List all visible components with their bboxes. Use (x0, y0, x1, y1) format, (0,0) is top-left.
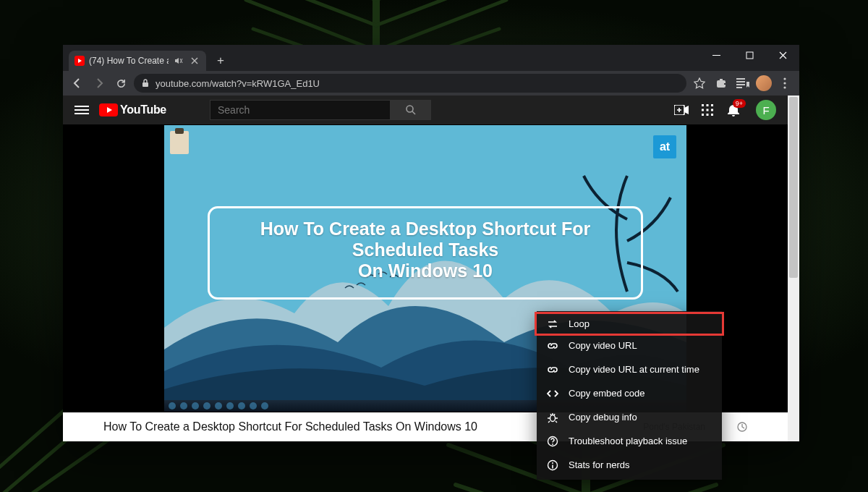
svg-rect-10 (707, 104, 709, 106)
context-menu-item-copy-embed-code[interactable]: Copy embed code (537, 381, 722, 405)
browser-tab[interactable]: (74) How To Create a Deskto (69, 51, 206, 71)
youtube-header: YouTube 9+ F (63, 96, 788, 124)
youtube-brand-text: YouTube (120, 103, 166, 116)
tab-close-button[interactable] (189, 55, 200, 67)
user-avatar[interactable]: F (756, 100, 776, 120)
context-menu-label: Copy video URL at current time (569, 364, 699, 375)
context-menu-item-copy-video-url[interactable]: Copy video URL (537, 334, 722, 357)
svg-rect-3 (142, 82, 148, 87)
url-text: youtube.com/watch?v=kRW1GA_Ed1U (156, 78, 320, 89)
svg-rect-9 (702, 104, 704, 106)
help-icon (547, 436, 558, 447)
notifications-button[interactable]: 9+ (726, 102, 741, 118)
context-menu-label: Copy video URL (569, 340, 637, 351)
link-icon (547, 364, 558, 376)
video-title-card: How To Create a Desktop Shortcut For Sch… (208, 206, 643, 300)
context-menu-label: Troubleshoot playback issue (569, 436, 687, 446)
svg-point-24 (552, 462, 553, 464)
tab-strip: (74) How To Create a Deskto + (63, 45, 799, 71)
tab-title: (74) How To Create a Deskto (89, 56, 169, 66)
chrome-window: (74) How To Create a Deskto + youtube.co… (63, 45, 799, 441)
context-menu-item-troubleshoot-playback-issue[interactable]: Troubleshoot playback issue (537, 429, 722, 453)
svg-rect-11 (711, 104, 713, 106)
video-page-title: How To Create a Desktop Shortcut For Sch… (103, 420, 477, 433)
back-button[interactable] (69, 75, 86, 92)
bug-icon (547, 412, 558, 423)
reload-button[interactable] (112, 75, 129, 92)
context-menu-label: Copy debug info (569, 412, 637, 423)
loop-icon (547, 318, 558, 330)
svg-rect-13 (707, 109, 709, 111)
svg-rect-17 (711, 114, 713, 116)
notification-badge: 9+ (733, 99, 746, 108)
mute-icon[interactable] (173, 55, 184, 67)
hamburger-menu-button[interactable] (75, 103, 89, 117)
svg-point-6 (783, 86, 786, 88)
apps-button[interactable] (699, 102, 715, 118)
svg-rect-14 (711, 109, 713, 111)
title-line2: On Windows 10 (221, 260, 629, 281)
search-input[interactable] (210, 100, 391, 120)
svg-point-7 (407, 106, 413, 112)
svg-rect-0 (746, 52, 753, 59)
bookmark-button[interactable] (691, 75, 708, 92)
forward-button[interactable] (90, 75, 108, 92)
youtube-play-icon (99, 103, 118, 116)
youtube-logo[interactable]: YouTube (99, 103, 166, 116)
context-menu-item-copy-video-url-at-current-time[interactable]: Copy video URL at current time (537, 357, 722, 381)
scrollbar-thumb[interactable] (789, 97, 798, 278)
url-box[interactable]: youtube.com/watch?v=kRW1GA_Ed1U (134, 74, 686, 93)
svg-point-22 (552, 444, 553, 445)
title-line1: How To Create a Desktop Shortcut For Sch… (221, 219, 629, 260)
youtube-favicon (75, 56, 85, 66)
clipboard-icon (170, 131, 189, 154)
address-bar: youtube.com/watch?v=kRW1GA_Ed1U (63, 71, 799, 96)
window-close-button[interactable] (766, 45, 799, 65)
page-scrollbar[interactable] (788, 96, 799, 441)
new-tab-button[interactable]: + (210, 51, 231, 71)
create-video-button[interactable] (673, 102, 689, 118)
svg-point-4 (783, 77, 786, 80)
svg-rect-12 (702, 109, 704, 111)
context-menu-item-copy-debug-info[interactable]: Copy debug info (537, 405, 722, 429)
search-button[interactable] (391, 100, 431, 120)
context-menu-label: Copy embed code (569, 388, 645, 399)
reading-list-button[interactable] (734, 75, 752, 92)
window-maximize-button[interactable] (733, 45, 766, 65)
code-icon (547, 388, 558, 399)
video-context-menu: LoopCopy video URLCopy video URL at curr… (537, 311, 722, 480)
window-minimize-button[interactable] (699, 45, 733, 65)
lock-icon (141, 79, 150, 88)
link-icon (547, 340, 558, 352)
chrome-menu-button[interactable] (776, 75, 793, 92)
clock-icon (737, 422, 747, 432)
svg-rect-15 (702, 114, 704, 116)
info-icon (547, 459, 558, 471)
chrome-profile-avatar[interactable] (756, 75, 772, 91)
extensions-button[interactable] (712, 75, 730, 92)
context-menu-item-loop[interactable]: Loop (535, 312, 724, 336)
context-menu-item-stats-for-nerds[interactable]: Stats for nerds (537, 453, 722, 477)
context-menu-label: Loop (569, 318, 590, 329)
svg-point-20 (550, 415, 556, 421)
svg-point-5 (783, 82, 786, 84)
video-watermark: at (653, 135, 676, 158)
svg-rect-16 (707, 114, 709, 116)
context-menu-label: Stats for nerds (569, 459, 630, 470)
